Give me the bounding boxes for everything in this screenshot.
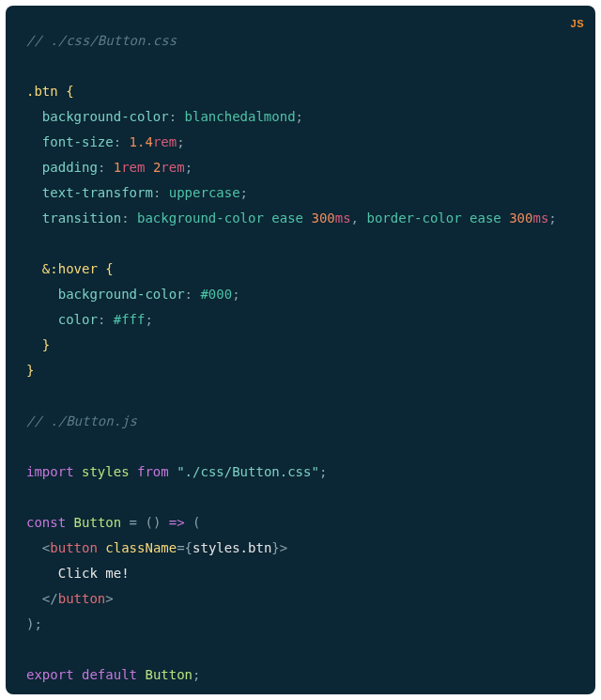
css-prop: background-color bbox=[58, 287, 185, 302]
unit: ms bbox=[335, 210, 351, 226]
keyword-export: export bbox=[26, 667, 74, 682]
semicolon: ; bbox=[193, 667, 200, 682]
code-comment: // ./Button.js bbox=[26, 413, 137, 428]
space bbox=[121, 515, 129, 530]
css-value: border-color ease bbox=[366, 210, 509, 226]
code-block: JS // ./css/Button.css .btn { background… bbox=[6, 6, 595, 694]
space bbox=[161, 515, 168, 530]
arrow: => bbox=[169, 515, 185, 530]
brace-close: } bbox=[42, 337, 50, 352]
brace: { bbox=[185, 540, 193, 555]
semicolon: ; bbox=[548, 210, 556, 226]
semicolon: ; bbox=[185, 160, 193, 175]
jsx-tag: button bbox=[58, 591, 106, 606]
colon: : bbox=[121, 210, 137, 226]
pseudo: :hover bbox=[50, 261, 98, 276]
code-comment: // ./css/Button.css bbox=[26, 33, 177, 48]
space bbox=[185, 515, 193, 530]
angle-close: > bbox=[105, 591, 113, 606]
number: 300 bbox=[311, 210, 334, 226]
code-content: // ./css/Button.css .btn { background-co… bbox=[26, 28, 575, 688]
brace-close: } bbox=[26, 363, 34, 378]
css-prop: background-color bbox=[42, 109, 169, 124]
semicolon: ; bbox=[296, 109, 303, 124]
css-value: #000 bbox=[200, 287, 232, 302]
equals: = bbox=[130, 515, 137, 530]
keyword-const: const bbox=[26, 515, 66, 530]
css-selector: .btn bbox=[26, 84, 58, 99]
css-prop: transition bbox=[42, 210, 121, 226]
string: "./css/Button.css" bbox=[177, 464, 319, 479]
semicolon: ; bbox=[34, 616, 41, 631]
number: 300 bbox=[509, 210, 532, 226]
language-badge: JS bbox=[571, 11, 584, 37]
colon: : bbox=[98, 312, 114, 327]
css-value: uppercase bbox=[169, 185, 240, 200]
jsx-attr: className bbox=[105, 540, 177, 555]
colon: : bbox=[169, 109, 185, 124]
semicolon: ; bbox=[240, 185, 248, 200]
css-value: background-color ease bbox=[137, 210, 311, 226]
space bbox=[66, 515, 73, 530]
semicolon: ; bbox=[232, 287, 239, 302]
brace-open: { bbox=[58, 84, 74, 99]
jsx-tag: button bbox=[50, 540, 98, 555]
colon: : bbox=[98, 160, 114, 175]
paren: ( bbox=[145, 515, 152, 530]
css-prop: padding bbox=[42, 160, 98, 175]
colon: : bbox=[114, 134, 130, 149]
jsx-expr: styles.btn bbox=[193, 540, 271, 555]
number: 1 bbox=[114, 160, 121, 175]
space bbox=[74, 667, 82, 682]
css-value: blanchedalmond bbox=[185, 109, 296, 124]
semicolon: ; bbox=[177, 134, 184, 149]
colon: : bbox=[185, 287, 201, 302]
unit: rem bbox=[153, 134, 177, 149]
brace-open: { bbox=[98, 261, 114, 276]
identifier: styles bbox=[74, 464, 137, 479]
unit: rem bbox=[121, 160, 145, 175]
unit: ms bbox=[532, 210, 548, 226]
image-frame: JS // ./css/Button.css .btn { background… bbox=[0, 0, 601, 700]
equals: = bbox=[177, 540, 184, 555]
css-value: #fff bbox=[114, 312, 146, 327]
semicolon: ; bbox=[319, 464, 327, 479]
keyword-import: import bbox=[26, 464, 74, 479]
brace: } bbox=[271, 540, 279, 555]
unit: rem bbox=[161, 160, 184, 175]
paren: ( bbox=[193, 515, 200, 530]
identifier: Button bbox=[145, 667, 193, 682]
keyword-from: from bbox=[137, 464, 169, 479]
keyword-default: default bbox=[82, 667, 137, 682]
angle-close: > bbox=[280, 540, 287, 555]
jsx-text: Click me! bbox=[58, 566, 130, 581]
space bbox=[145, 160, 152, 175]
css-prop: color bbox=[58, 312, 98, 327]
comma: , bbox=[351, 210, 367, 226]
colon: : bbox=[153, 185, 169, 200]
css-prop: font-size bbox=[42, 134, 114, 149]
semicolon: ; bbox=[145, 312, 152, 327]
identifier: Button bbox=[74, 515, 122, 530]
number: 1.4 bbox=[130, 134, 153, 149]
angle-open-slash: </ bbox=[42, 591, 58, 606]
css-prop: text-transform bbox=[42, 185, 153, 200]
space bbox=[169, 464, 177, 479]
